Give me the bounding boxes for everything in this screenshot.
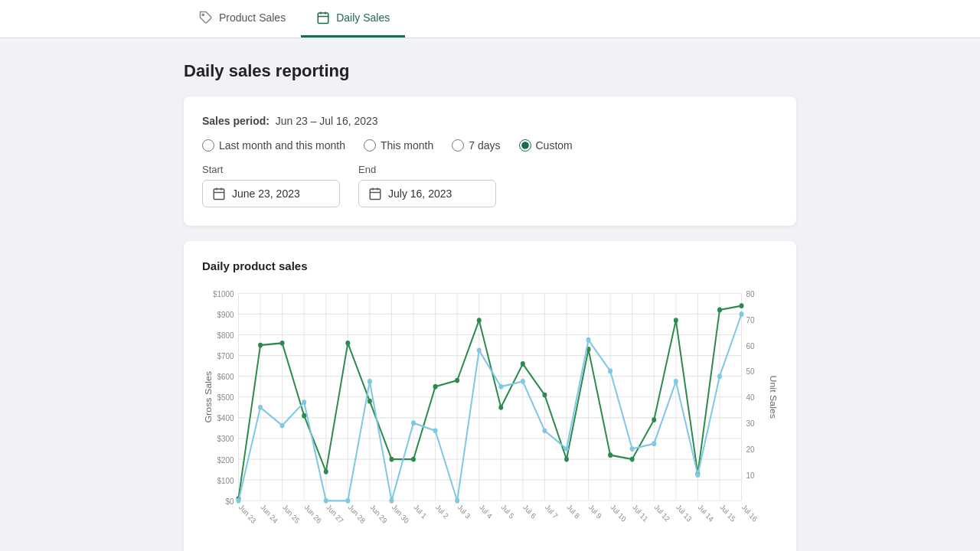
svg-text:20: 20 bbox=[746, 444, 754, 454]
svg-point-121 bbox=[302, 399, 306, 405]
svg-point-134 bbox=[586, 337, 591, 343]
svg-point-130 bbox=[498, 384, 503, 390]
svg-text:30: 30 bbox=[746, 419, 754, 429]
svg-point-105 bbox=[477, 318, 482, 323]
svg-point-108 bbox=[542, 393, 547, 398]
radio-custom-input[interactable] bbox=[519, 139, 531, 152]
svg-text:$0: $0 bbox=[226, 496, 234, 506]
sales-period-value: Jun 23 – Jul 16, 2023 bbox=[276, 115, 378, 127]
radio-custom-label: Custom bbox=[536, 139, 573, 152]
svg-point-117 bbox=[740, 303, 744, 308]
svg-text:$900: $900 bbox=[217, 309, 234, 319]
svg-text:$800: $800 bbox=[217, 330, 234, 340]
radio-last-month-this-month-label: Last month and this month bbox=[219, 139, 345, 152]
filter-card: Sales period: Jun 23 – Jul 16, 2023 Last… bbox=[184, 96, 796, 226]
start-date-label: Start bbox=[202, 164, 340, 175]
radio-last-month-this-month[interactable]: Last month and this month bbox=[202, 139, 345, 152]
svg-text:40: 40 bbox=[746, 393, 754, 403]
end-date-field: End July 16, 2023 bbox=[358, 164, 496, 207]
svg-point-114 bbox=[674, 318, 678, 323]
end-date-value: July 16, 2023 bbox=[388, 187, 452, 200]
svg-rect-5 bbox=[214, 189, 224, 200]
svg-point-140 bbox=[717, 373, 722, 379]
chart-container: $1000$900$800$700$600$500$400$300$200$10… bbox=[202, 285, 778, 551]
sales-period: Sales period: Jun 23 – Jul 16, 2023 bbox=[202, 115, 778, 127]
svg-point-133 bbox=[564, 446, 569, 452]
start-date-value: June 23, 2023 bbox=[232, 187, 300, 200]
svg-point-99 bbox=[345, 341, 350, 346]
svg-point-139 bbox=[695, 472, 700, 478]
svg-point-136 bbox=[630, 446, 635, 452]
svg-text:$300: $300 bbox=[217, 434, 234, 444]
svg-text:$200: $200 bbox=[217, 455, 234, 465]
start-date-input[interactable]: June 23, 2023 bbox=[202, 180, 340, 207]
tag-icon bbox=[199, 11, 213, 24]
radio-last-month-this-month-input[interactable] bbox=[202, 139, 214, 152]
radio-group: Last month and this month This month 7 d… bbox=[202, 139, 778, 152]
svg-point-111 bbox=[608, 452, 612, 458]
svg-point-103 bbox=[433, 384, 438, 390]
end-date-label: End bbox=[358, 164, 496, 175]
svg-point-112 bbox=[630, 457, 635, 462]
radio-custom[interactable]: Custom bbox=[519, 139, 573, 152]
end-date-input[interactable]: July 16, 2023 bbox=[358, 180, 496, 207]
svg-text:Unit Sales: Unit Sales bbox=[769, 376, 778, 419]
svg-point-102 bbox=[411, 457, 416, 462]
tab-daily-sales[interactable]: Daily Sales bbox=[301, 0, 405, 37]
svg-point-141 bbox=[740, 311, 744, 317]
svg-point-96 bbox=[280, 341, 285, 346]
radio-7-days-input[interactable] bbox=[452, 139, 464, 152]
svg-point-116 bbox=[717, 308, 722, 313]
date-inputs: Start June 23, 2023 End bbox=[202, 164, 778, 207]
svg-text:$100: $100 bbox=[217, 475, 234, 485]
chart-title: Daily product sales bbox=[202, 259, 778, 272]
svg-point-118 bbox=[237, 498, 241, 504]
radio-this-month-input[interactable] bbox=[364, 139, 376, 152]
radio-this-month[interactable]: This month bbox=[364, 139, 433, 152]
svg-text:50: 50 bbox=[746, 367, 754, 377]
svg-point-138 bbox=[674, 379, 678, 384]
top-nav: Product Sales Daily Sales bbox=[0, 0, 980, 38]
svg-point-129 bbox=[477, 347, 482, 353]
main-chart-svg: $1000$900$800$700$600$500$400$300$200$10… bbox=[202, 285, 778, 551]
tab-product-sales[interactable]: Product Sales bbox=[184, 0, 301, 37]
svg-text:$400: $400 bbox=[217, 413, 234, 423]
svg-point-97 bbox=[302, 413, 306, 419]
start-calendar-icon bbox=[212, 187, 226, 201]
svg-text:10: 10 bbox=[746, 470, 754, 480]
svg-text:Gross Sales: Gross Sales bbox=[204, 371, 213, 423]
svg-point-132 bbox=[542, 428, 547, 433]
svg-point-137 bbox=[652, 441, 656, 446]
svg-point-126 bbox=[411, 420, 416, 425]
radio-7-days[interactable]: 7 days bbox=[452, 139, 500, 152]
svg-text:80: 80 bbox=[746, 289, 754, 298]
svg-point-104 bbox=[455, 378, 459, 383]
svg-point-119 bbox=[258, 405, 263, 410]
svg-text:70: 70 bbox=[746, 315, 754, 324]
calendar-icon bbox=[316, 11, 330, 24]
svg-text:$600: $600 bbox=[217, 372, 234, 382]
svg-text:$500: $500 bbox=[217, 393, 234, 403]
tab-daily-sales-label: Daily Sales bbox=[336, 11, 390, 24]
svg-point-135 bbox=[608, 369, 612, 374]
svg-point-100 bbox=[368, 399, 372, 404]
start-date-field: Start June 23, 2023 bbox=[202, 164, 340, 207]
svg-rect-9 bbox=[370, 189, 381, 200]
svg-point-98 bbox=[324, 469, 328, 474]
radio-7-days-label: 7 days bbox=[469, 139, 500, 152]
radio-this-month-label: This month bbox=[381, 139, 433, 152]
svg-point-125 bbox=[389, 498, 394, 504]
svg-point-0 bbox=[202, 14, 204, 15]
svg-point-120 bbox=[280, 423, 285, 429]
page-title: Daily sales reporting bbox=[184, 61, 796, 81]
svg-point-128 bbox=[455, 498, 459, 504]
svg-point-101 bbox=[389, 457, 394, 462]
svg-point-107 bbox=[521, 361, 525, 367]
svg-point-113 bbox=[652, 417, 656, 422]
svg-point-131 bbox=[521, 379, 525, 384]
svg-point-95 bbox=[258, 343, 263, 348]
svg-point-122 bbox=[324, 498, 328, 504]
sales-period-label: Sales period: bbox=[202, 115, 270, 127]
svg-point-123 bbox=[345, 498, 350, 504]
svg-point-106 bbox=[498, 405, 503, 410]
